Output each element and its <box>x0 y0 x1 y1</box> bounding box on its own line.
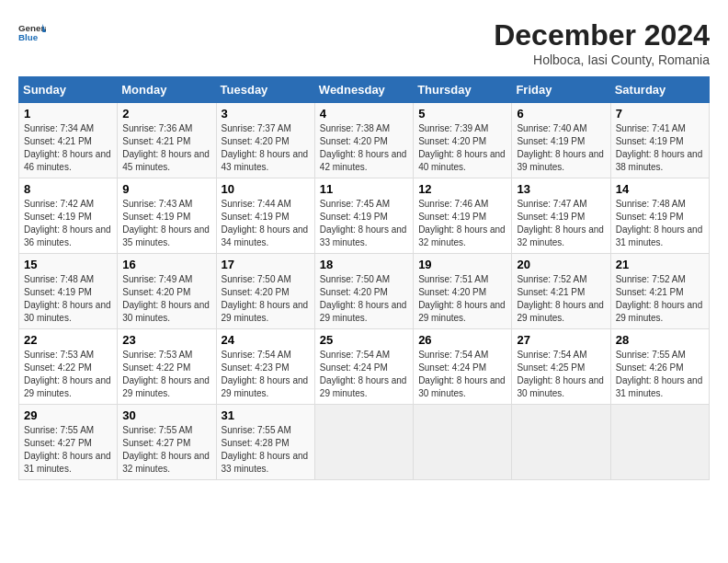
day-number: 12 <box>418 182 506 196</box>
day-number: 21 <box>616 258 704 271</box>
day-info: Sunrise: 7:54 AMSunset: 4:25 PMDaylight:… <box>517 349 605 400</box>
title-block: December 2024 Holboca, Iasi County, Roma… <box>494 18 710 67</box>
day-info: Sunrise: 7:34 AMSunset: 4:21 PMDaylight:… <box>24 122 112 174</box>
calendar-week-row: 15 Sunrise: 7:48 AMSunset: 4:19 PMDaylig… <box>19 254 710 329</box>
calendar-week-row: 8 Sunrise: 7:42 AMSunset: 4:19 PMDayligh… <box>19 178 710 254</box>
calendar-cell: 30 Sunrise: 7:55 AMSunset: 4:27 PMDaylig… <box>118 405 216 480</box>
day-info: Sunrise: 7:52 AMSunset: 4:21 PMDaylight:… <box>517 273 605 325</box>
calendar-cell: 23 Sunrise: 7:53 AMSunset: 4:22 PMDaylig… <box>118 329 216 405</box>
day-number: 30 <box>122 408 210 422</box>
calendar-week-row: 22 Sunrise: 7:53 AMSunset: 4:22 PMDaylig… <box>19 329 710 405</box>
day-number: 14 <box>616 182 704 196</box>
calendar-cell: 18 Sunrise: 7:50 AMSunset: 4:20 PMDaylig… <box>314 254 413 329</box>
calendar-cell: 9 Sunrise: 7:43 AMSunset: 4:19 PMDayligh… <box>118 178 216 254</box>
calendar-cell: 5 Sunrise: 7:39 AMSunset: 4:20 PMDayligh… <box>414 103 512 178</box>
day-info: Sunrise: 7:50 AMSunset: 4:20 PMDaylight:… <box>320 273 408 325</box>
day-number: 11 <box>320 182 408 196</box>
weekday-header-thursday: Thursday <box>414 77 512 103</box>
calendar-cell: 16 Sunrise: 7:49 AMSunset: 4:20 PMDaylig… <box>118 254 216 329</box>
calendar-cell: 17 Sunrise: 7:50 AMSunset: 4:20 PMDaylig… <box>216 254 314 329</box>
day-number: 13 <box>517 182 605 196</box>
calendar-week-row: 1 Sunrise: 7:34 AMSunset: 4:21 PMDayligh… <box>19 103 710 178</box>
location: Holboca, Iasi County, Romania <box>494 52 710 67</box>
day-info: Sunrise: 7:54 AMSunset: 4:24 PMDaylight:… <box>320 349 408 400</box>
calendar-cell: 25 Sunrise: 7:54 AMSunset: 4:24 PMDaylig… <box>314 329 413 405</box>
day-info: Sunrise: 7:49 AMSunset: 4:20 PMDaylight:… <box>122 273 210 325</box>
calendar-cell <box>610 405 709 480</box>
day-info: Sunrise: 7:54 AMSunset: 4:23 PMDaylight:… <box>222 349 310 400</box>
weekday-header-monday: Monday <box>118 77 216 103</box>
calendar-cell: 4 Sunrise: 7:38 AMSunset: 4:20 PMDayligh… <box>314 103 413 178</box>
calendar-cell: 2 Sunrise: 7:36 AMSunset: 4:21 PMDayligh… <box>118 103 216 178</box>
calendar-cell: 27 Sunrise: 7:54 AMSunset: 4:25 PMDaylig… <box>512 329 610 405</box>
calendar-cell: 10 Sunrise: 7:44 AMSunset: 4:19 PMDaylig… <box>216 178 314 254</box>
day-number: 25 <box>320 333 408 347</box>
day-info: Sunrise: 7:55 AMSunset: 4:27 PMDaylight:… <box>122 424 210 476</box>
day-number: 27 <box>517 333 605 347</box>
day-info: Sunrise: 7:46 AMSunset: 4:19 PMDaylight:… <box>418 198 506 249</box>
day-number: 24 <box>222 333 310 347</box>
calendar-cell: 15 Sunrise: 7:48 AMSunset: 4:19 PMDaylig… <box>19 254 118 329</box>
svg-text:General: General <box>18 23 46 33</box>
day-info: Sunrise: 7:45 AMSunset: 4:19 PMDaylight:… <box>320 198 408 249</box>
calendar-cell: 21 Sunrise: 7:52 AMSunset: 4:21 PMDaylig… <box>610 254 709 329</box>
day-number: 8 <box>24 182 112 196</box>
calendar-cell: 8 Sunrise: 7:42 AMSunset: 4:19 PMDayligh… <box>19 178 118 254</box>
calendar-cell: 20 Sunrise: 7:52 AMSunset: 4:21 PMDaylig… <box>512 254 610 329</box>
day-info: Sunrise: 7:55 AMSunset: 4:28 PMDaylight:… <box>222 424 310 476</box>
calendar-table: SundayMondayTuesdayWednesdayThursdayFrid… <box>18 76 710 480</box>
weekday-header-sunday: Sunday <box>19 77 118 103</box>
day-number: 1 <box>24 107 112 121</box>
calendar-cell: 22 Sunrise: 7:53 AMSunset: 4:22 PMDaylig… <box>19 329 118 405</box>
calendar-cell <box>314 405 413 480</box>
day-number: 23 <box>122 333 210 347</box>
page-header: General Blue December 2024 Holboca, Iasi… <box>18 18 710 67</box>
day-number: 6 <box>517 107 605 121</box>
calendar-cell <box>414 405 512 480</box>
day-info: Sunrise: 7:55 AMSunset: 4:27 PMDaylight:… <box>24 424 112 476</box>
logo-icon: General Blue <box>18 18 46 46</box>
day-number: 5 <box>418 107 506 121</box>
day-number: 16 <box>122 258 210 271</box>
month-year: December 2024 <box>494 18 710 52</box>
calendar-cell: 12 Sunrise: 7:46 AMSunset: 4:19 PMDaylig… <box>414 178 512 254</box>
day-info: Sunrise: 7:55 AMSunset: 4:26 PMDaylight:… <box>616 349 704 400</box>
day-number: 29 <box>24 408 112 422</box>
calendar-cell: 6 Sunrise: 7:40 AMSunset: 4:19 PMDayligh… <box>512 103 610 178</box>
day-number: 15 <box>24 258 112 271</box>
weekday-header-saturday: Saturday <box>610 77 709 103</box>
day-number: 9 <box>122 182 210 196</box>
calendar-cell: 26 Sunrise: 7:54 AMSunset: 4:24 PMDaylig… <box>414 329 512 405</box>
day-number: 7 <box>616 107 704 121</box>
day-info: Sunrise: 7:42 AMSunset: 4:19 PMDaylight:… <box>24 198 112 249</box>
day-info: Sunrise: 7:53 AMSunset: 4:22 PMDaylight:… <box>24 349 112 400</box>
day-info: Sunrise: 7:47 AMSunset: 4:19 PMDaylight:… <box>517 198 605 249</box>
day-info: Sunrise: 7:39 AMSunset: 4:20 PMDaylight:… <box>418 122 506 174</box>
day-info: Sunrise: 7:41 AMSunset: 4:19 PMDaylight:… <box>616 122 704 174</box>
weekday-header-row: SundayMondayTuesdayWednesdayThursdayFrid… <box>19 77 710 103</box>
weekday-header-wednesday: Wednesday <box>314 77 413 103</box>
calendar-cell: 31 Sunrise: 7:55 AMSunset: 4:28 PMDaylig… <box>216 405 314 480</box>
day-info: Sunrise: 7:50 AMSunset: 4:20 PMDaylight:… <box>222 273 310 325</box>
day-number: 28 <box>616 333 704 347</box>
calendar-cell <box>512 405 610 480</box>
day-info: Sunrise: 7:36 AMSunset: 4:21 PMDaylight:… <box>122 122 210 174</box>
calendar-cell: 19 Sunrise: 7:51 AMSunset: 4:20 PMDaylig… <box>414 254 512 329</box>
calendar-cell: 1 Sunrise: 7:34 AMSunset: 4:21 PMDayligh… <box>19 103 118 178</box>
day-number: 18 <box>320 258 408 271</box>
day-info: Sunrise: 7:40 AMSunset: 4:19 PMDaylight:… <box>517 122 605 174</box>
calendar-week-row: 29 Sunrise: 7:55 AMSunset: 4:27 PMDaylig… <box>19 405 710 480</box>
day-number: 19 <box>418 258 506 271</box>
logo: General Blue <box>18 18 46 46</box>
day-info: Sunrise: 7:52 AMSunset: 4:21 PMDaylight:… <box>616 273 704 325</box>
day-number: 4 <box>320 107 408 121</box>
day-number: 26 <box>418 333 506 347</box>
calendar-cell: 7 Sunrise: 7:41 AMSunset: 4:19 PMDayligh… <box>610 103 709 178</box>
calendar-cell: 29 Sunrise: 7:55 AMSunset: 4:27 PMDaylig… <box>19 405 118 480</box>
day-info: Sunrise: 7:54 AMSunset: 4:24 PMDaylight:… <box>418 349 506 400</box>
day-info: Sunrise: 7:51 AMSunset: 4:20 PMDaylight:… <box>418 273 506 325</box>
day-info: Sunrise: 7:43 AMSunset: 4:19 PMDaylight:… <box>122 198 210 249</box>
weekday-header-friday: Friday <box>512 77 610 103</box>
calendar-cell: 24 Sunrise: 7:54 AMSunset: 4:23 PMDaylig… <box>216 329 314 405</box>
calendar-cell: 14 Sunrise: 7:48 AMSunset: 4:19 PMDaylig… <box>610 178 709 254</box>
